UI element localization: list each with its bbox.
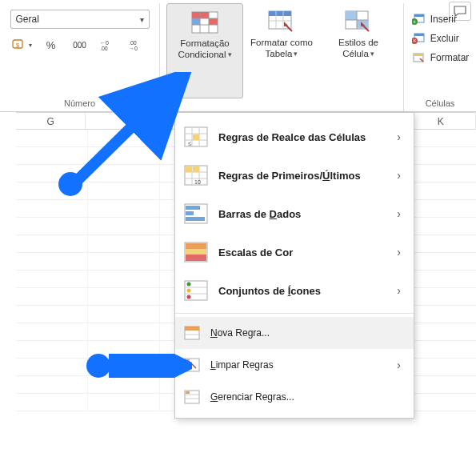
format-cells-button[interactable]: Formatar — [410, 48, 471, 67]
annotation-dot-1 — [58, 172, 82, 196]
cell-styles-icon — [342, 8, 374, 35]
svg-rect-57 — [186, 255, 206, 261]
svg-rect-10 — [209, 18, 218, 25]
chevron-down-icon: ▾ — [228, 49, 232, 60]
ribbon-group-cells: + Inserir × Excluir Formatar Células — [404, 3, 476, 111]
svg-rect-51 — [186, 206, 200, 210]
format-cells-icon — [411, 51, 426, 64]
svg-rect-72 — [186, 391, 190, 394]
svg-text:.00: .00 — [129, 40, 137, 46]
delete-cells-icon: × — [411, 32, 426, 45]
cell-styles-button[interactable]: Estilos de Célula ▾ — [320, 3, 397, 98]
chevron-down-icon: ▾ — [370, 48, 374, 59]
chevron-right-icon: › — [397, 207, 406, 220]
conditional-formatting-menu: ≤ Regras de Realce das Células › 10 Regr… — [174, 112, 414, 419]
chevron-right-icon: › — [397, 169, 406, 182]
chevron-down-icon: ▾ — [294, 48, 298, 59]
chevron-right-icon: › — [397, 246, 406, 259]
svg-rect-34 — [414, 54, 423, 56]
svg-rect-9 — [192, 18, 200, 25]
svg-rect-40 — [193, 134, 199, 140]
number-format-select[interactable]: Geral ▾ — [10, 10, 150, 29]
format-as-table-button[interactable]: Formatar como Tabela ▾ — [243, 3, 320, 98]
annotation-dot-2 — [86, 354, 110, 378]
conditional-formatting-button[interactable]: Formatação Condicional ▾ — [166, 3, 243, 98]
svg-point-61 — [187, 283, 191, 287]
highlight-rules-icon: ≤ — [183, 126, 209, 148]
svg-text:$: $ — [16, 42, 20, 49]
column-header[interactable] — [86, 113, 155, 129]
svg-rect-8 — [200, 12, 209, 18]
svg-rect-21 — [346, 11, 357, 20]
format-as-table-icon — [266, 8, 298, 35]
svg-text:←0: ←0 — [100, 40, 109, 46]
svg-text:×: × — [412, 37, 416, 44]
menu-item-icon-sets[interactable]: Conjuntos de Ícones › — [175, 271, 414, 310]
ribbon: Geral ▾ $ ▾ % 000 ←0.00 .00→0 Número — [0, 0, 476, 112]
chevron-right-icon: › — [397, 284, 406, 297]
new-rule-icon — [183, 325, 201, 341]
delete-cells-button[interactable]: × Excluir — [410, 29, 471, 48]
comma-format-button[interactable]: 000 — [68, 35, 92, 54]
menu-item-manage-rules[interactable]: Gerenciar Regras... — [175, 381, 414, 413]
data-bars-icon — [183, 202, 209, 225]
svg-rect-7 — [192, 12, 200, 18]
svg-rect-68 — [186, 359, 190, 363]
ribbon-group-styles: Formatação Condicional ▾ Formatar como — [160, 3, 404, 111]
conditional-formatting-icon — [189, 9, 221, 36]
svg-rect-30 — [414, 34, 424, 36]
svg-text:10: 10 — [194, 179, 201, 185]
manage-rules-icon — [183, 389, 201, 405]
icon-sets-icon — [183, 279, 209, 302]
menu-item-clear-rules[interactable]: Limpar Regras › — [175, 349, 414, 381]
chevron-right-icon: › — [397, 359, 406, 371]
svg-rect-56 — [186, 249, 206, 255]
number-format-value: Geral — [16, 14, 39, 25]
column-header[interactable]: G — [16, 113, 86, 129]
chevron-down-icon: ▾ — [140, 15, 144, 24]
svg-text:≤: ≤ — [188, 140, 192, 147]
menu-item-highlight-rules[interactable]: ≤ Regras de Realce das Células › — [175, 118, 414, 156]
menu-item-top-bottom-rules[interactable]: 10 Regras de Primeiros/Últimos › — [175, 156, 414, 194]
increase-decimal-button[interactable]: ←0.00 — [97, 35, 121, 54]
color-scales-icon — [183, 241, 209, 263]
group-label-cells: Células — [426, 98, 455, 111]
column-header[interactable]: K — [406, 113, 476, 129]
svg-text:.00: .00 — [100, 46, 108, 51]
menu-item-data-bars[interactable]: Barras de Dados › — [175, 194, 414, 233]
ribbon-group-number: Geral ▾ $ ▾ % 000 ←0.00 .00→0 Número — [0, 3, 160, 111]
svg-rect-52 — [186, 211, 194, 215]
decrease-decimal-button[interactable]: .00→0 — [126, 35, 150, 54]
svg-rect-53 — [186, 217, 205, 221]
group-label-number: Número — [64, 98, 95, 111]
chevron-right-icon: › — [397, 130, 406, 143]
svg-rect-16 — [269, 11, 291, 16]
accounting-format-button[interactable]: $ ▾ — [10, 35, 34, 54]
menu-separator — [175, 313, 414, 314]
insert-cells-icon: + — [411, 13, 426, 26]
menu-item-new-rule[interactable]: Nova Regra... — [175, 317, 414, 349]
svg-point-63 — [187, 295, 191, 299]
svg-text:+: + — [413, 19, 416, 25]
insert-cells-button[interactable]: + Inserir — [410, 10, 471, 29]
svg-rect-26 — [414, 14, 424, 17]
svg-rect-48 — [193, 166, 199, 172]
svg-rect-55 — [186, 243, 206, 249]
percent-format-button[interactable]: % — [39, 35, 63, 54]
svg-rect-65 — [185, 327, 199, 331]
clear-r-icon — [183, 357, 201, 373]
svg-rect-47 — [186, 166, 192, 172]
svg-text:→0: →0 — [129, 46, 138, 51]
top-bottom-rules-icon: 10 — [183, 164, 209, 186]
menu-item-color-scales[interactable]: Escalas de Cor › — [175, 233, 414, 271]
svg-point-62 — [187, 289, 191, 293]
